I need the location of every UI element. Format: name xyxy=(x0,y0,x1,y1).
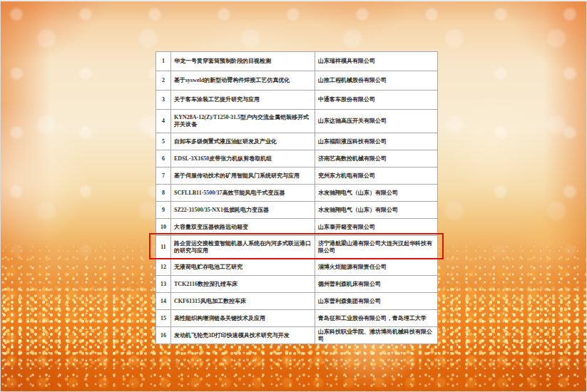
project-title: 基于sysweld的新型动臂构件焊接工艺仿真优化 xyxy=(171,71,315,91)
company-name: 山东泰开箱变有限公司 xyxy=(315,219,438,236)
row-number: 15 xyxy=(156,310,171,327)
project-title: 发动机飞轮壳3D打印快速模具技术研究与开发 xyxy=(171,327,315,344)
row-number: 5 xyxy=(156,133,171,150)
company-name: 青岛征和工业股份有限公司，青岛理工大学 xyxy=(315,310,438,327)
screenshot-frame: 1华龙一号贯穿套筒预制阶段的目视检测山东瑞祥模具有限公司2基于sysweld的新… xyxy=(0,0,587,392)
company-name: 水发驰翔电气（山东）有限公司 xyxy=(315,202,438,219)
table-row: 2基于sysweld的新型动臂构件焊接工艺仿真优化山推工程机械股份有限公司 xyxy=(156,71,438,91)
table-row: 16发动机飞轮壳3D打印快速模具技术研究与开发山东科技职业学院、潍坊博尚机械科技… xyxy=(156,327,438,344)
table-row: 10大容量双变压器铁路远动箱变山东泰开箱变有限公司 xyxy=(156,219,438,236)
project-title: KYN28A-12(Z)/T1250-31.5型户内交流金属铠装移开式开关设备 xyxy=(171,110,315,133)
company-name: 德州普利森机床有限公司 xyxy=(315,276,438,293)
company-name: 山推工程机械股份有限公司 xyxy=(315,71,438,91)
project-title: 自卸车多级倒置式液压油缸研发及产业化 xyxy=(171,133,315,150)
project-title: 华龙一号贯穿套筒预制阶段的目视检测 xyxy=(171,52,315,71)
company-name: 兖州东方机电有限公司 xyxy=(315,167,438,185)
row-number: 14 xyxy=(156,293,171,310)
row-number: 8 xyxy=(156,185,171,202)
row-number: 13 xyxy=(156,276,171,293)
company-name: 水发驰翔电气（山东）有限公司 xyxy=(315,185,438,202)
row-number: 4 xyxy=(156,110,171,133)
company-name: 山东达驰高压开关有限公司 xyxy=(315,110,438,133)
table-row: 3关于客车涂装工艺提升研究与应用中通客车股份有限公司 xyxy=(156,91,438,110)
project-title: 路企货运交接检查智能机器人系统在内河多式联运港口的研究与应用 xyxy=(171,236,315,259)
table-row: 11路企货运交接检查智能机器人系统在内河多式联运港口的研究与应用济宁港航梁山港有… xyxy=(156,236,438,259)
company-name: 济南艺高数控机械有限公司 xyxy=(315,150,438,167)
project-title: 无液荷电贮存电池工艺研究 xyxy=(171,259,315,276)
company-name: 中通客车股份有限公司 xyxy=(315,91,438,110)
company-name: 山东福阳液压科技有限公司 xyxy=(315,133,438,150)
row-number: 3 xyxy=(156,91,171,110)
row-number: 7 xyxy=(156,167,171,185)
project-title: SZ22-31500/35-NX1低损耗电力变压器 xyxy=(171,202,315,219)
project-title: CKF61315风电加工数控车床 xyxy=(171,293,315,310)
row-number: 1 xyxy=(156,52,171,71)
project-title: 大容量双变压器铁路远动箱变 xyxy=(171,219,315,236)
company-name: 山东瑞祥模具有限公司 xyxy=(315,52,438,71)
project-title: 高性能织构增润链条关键技术及应用 xyxy=(171,310,315,327)
row-number: 10 xyxy=(156,219,171,236)
company-name: 淄博火炬能源有限责任公司 xyxy=(315,259,438,276)
table-row: 6EDSL-3X1650皮带张力机纵剪卷取机组济南艺高数控机械有限公司 xyxy=(156,150,438,167)
row-number: 11 xyxy=(156,236,171,259)
row-number: 16 xyxy=(156,327,171,344)
project-title: TCK2116数控深孔镗车床 xyxy=(171,276,315,293)
table-row: 7基于伺服传动技术的矿用智能风门系统研究与应用兖州东方机电有限公司 xyxy=(156,167,438,185)
table-row: 8SCFLLB11-5500/37高效节能风电干式变压器水发驰翔电气（山东）有限… xyxy=(156,185,438,202)
project-title: EDSL-3X1650皮带张力机纵剪卷取机组 xyxy=(171,150,315,167)
company-name: 山东科技职业学院、潍坊博尚机械科技有限公司 xyxy=(315,327,438,344)
company-name: 济宁港航梁山港有限公司大连兴汉起华科技有限公司 xyxy=(315,236,438,259)
table-row: 15高性能织构增润链条关键技术及应用青岛征和工业股份有限公司，青岛理工大学 xyxy=(156,310,438,327)
project-award-table: 1华龙一号贯穿套筒预制阶段的目视检测山东瑞祥模具有限公司2基于sysweld的新… xyxy=(155,51,437,344)
project-table-body: 1华龙一号贯穿套筒预制阶段的目视检测山东瑞祥模具有限公司2基于sysweld的新… xyxy=(156,52,438,344)
row-number: 9 xyxy=(156,202,171,219)
project-title: 关于客车涂装工艺提升研究与应用 xyxy=(171,91,315,110)
company-name: 山东普利森集团有限公司 xyxy=(315,293,438,310)
table-row: 14CKF61315风电加工数控车床山东普利森集团有限公司 xyxy=(156,293,438,310)
row-number: 2 xyxy=(156,71,171,91)
table-row: 12无液荷电贮存电池工艺研究淄博火炬能源有限责任公司 xyxy=(156,259,438,276)
table-row: 9SZ22-31500/35-NX1低损耗电力变压器水发驰翔电气（山东）有限公司 xyxy=(156,202,438,219)
row-number: 6 xyxy=(156,150,171,167)
project-title: SCFLLB11-5500/37高效节能风电干式变压器 xyxy=(171,185,315,202)
project-title: 基于伺服传动技术的矿用智能风门系统研究与应用 xyxy=(171,167,315,185)
table-row: 13TCK2116数控深孔镗车床德州普利森机床有限公司 xyxy=(156,276,438,293)
table-row: 1华龙一号贯穿套筒预制阶段的目视检测山东瑞祥模具有限公司 xyxy=(156,52,438,71)
table-row: 4KYN28A-12(Z)/T1250-31.5型户内交流金属铠装移开式开关设备… xyxy=(156,110,438,133)
row-number: 12 xyxy=(156,259,171,276)
project-table: 1华龙一号贯穿套筒预制阶段的目视检测山东瑞祥模具有限公司2基于sysweld的新… xyxy=(155,51,438,344)
table-row: 5自卸车多级倒置式液压油缸研发及产业化山东福阳液压科技有限公司 xyxy=(156,133,438,150)
